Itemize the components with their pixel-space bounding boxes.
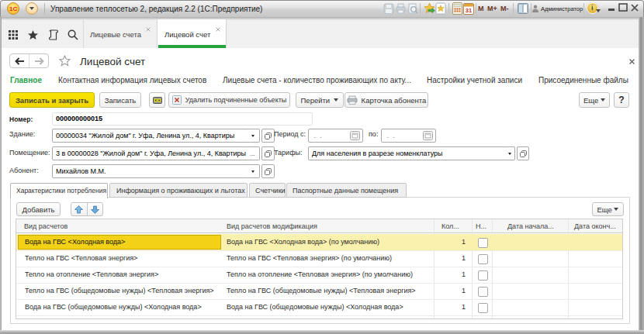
svg-text:31: 31 <box>466 7 472 14</box>
